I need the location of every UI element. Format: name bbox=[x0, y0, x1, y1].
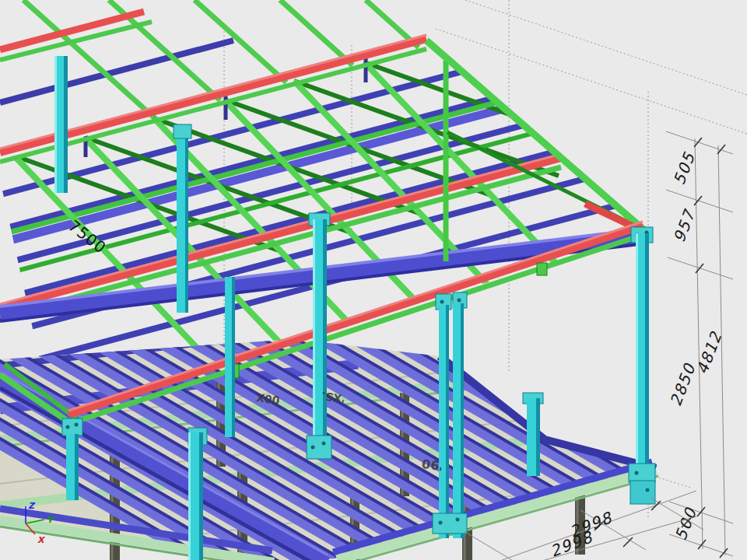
purlin-cleat bbox=[537, 263, 547, 275]
viewport-3d[interactable]: 505 957 2850 500 4812 2998 2998 7500 00X… bbox=[0, 0, 747, 560]
deck-mark: '90 bbox=[421, 456, 444, 474]
column bbox=[54, 56, 68, 193]
cad-app-window: 505 957 2850 500 4812 2998 2998 7500 00X… bbox=[0, 0, 747, 560]
column bbox=[225, 277, 235, 437]
